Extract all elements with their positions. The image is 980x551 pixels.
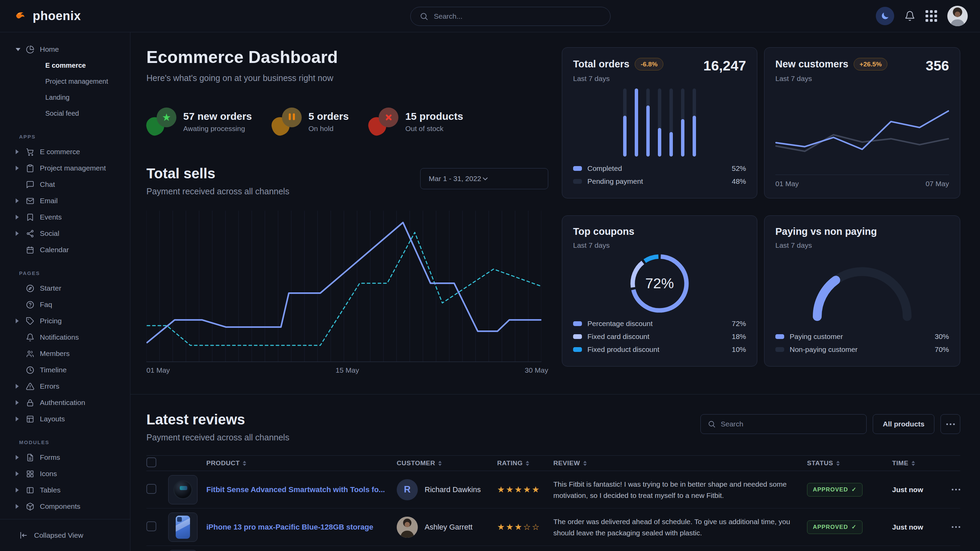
sidebar-item-timeline[interactable]: Timeline: [0, 362, 130, 378]
sidebar-item-chat[interactable]: Chat: [0, 176, 130, 193]
search-input[interactable]: [434, 12, 601, 21]
notifications-button[interactable]: [904, 11, 915, 21]
card-title: Paying vs non paying: [775, 226, 877, 237]
sidebar-item-authentication[interactable]: Authentication: [0, 394, 130, 411]
tag-icon: [26, 317, 34, 326]
sidebar-item-icons[interactable]: Icons: [0, 465, 130, 482]
total-sells-x-axis: 01 May 15 May 30 May: [146, 366, 548, 374]
sort-button[interactable]: STATUS: [807, 459, 840, 467]
reviews-search-input[interactable]: [721, 420, 859, 428]
sidebar-item-label: Social: [40, 229, 59, 238]
row-menu-button[interactable]: [952, 489, 960, 491]
sort-button[interactable]: TIME: [892, 459, 915, 467]
ellipsis-icon: [946, 423, 955, 425]
chevron-right-icon: [16, 149, 19, 154]
legend-item: Completed 52%: [573, 162, 746, 175]
calendar-icon: [26, 246, 34, 254]
product-thumbnail: [168, 550, 197, 551]
legend-label: Fixed product discount: [587, 345, 659, 354]
column-header-review: REVIEW: [553, 459, 807, 467]
row-checkbox[interactable]: [146, 484, 156, 494]
sort-button[interactable]: REVIEW: [553, 459, 587, 467]
sort-button[interactable]: RATING: [497, 459, 529, 467]
select-all-checkbox[interactable]: [146, 457, 156, 467]
sidebar-item-label: Notifications: [40, 333, 79, 341]
legend-value: 52%: [732, 164, 746, 173]
chevron-right-icon: [16, 488, 19, 492]
chevron-right-icon: [16, 166, 19, 170]
layout-icon: [26, 415, 34, 423]
legend-value: 10%: [732, 345, 746, 354]
more-options-button[interactable]: [940, 414, 960, 434]
legend-value: 70%: [935, 345, 949, 354]
sort-icon: [438, 461, 442, 466]
product-link[interactable]: iPhone 13 pro max-Pacific Blue-128GB sto…: [206, 523, 397, 532]
bookmark-icon: [26, 213, 34, 222]
moon-icon: [880, 11, 890, 21]
stat-icon-danger: [368, 108, 398, 135]
card-title: New customers: [775, 59, 848, 70]
sidebar-item-project-management[interactable]: Project management: [0, 160, 130, 176]
trend-badge: +26.5%: [854, 58, 888, 70]
sidebar-section-label: MODULES: [19, 439, 130, 445]
sidebar-item-starter[interactable]: Starter: [0, 280, 130, 297]
legend-label: Paying customer: [790, 332, 843, 341]
card-period: Last 7 days: [775, 75, 888, 83]
sidebar-section-label: PAGES: [19, 270, 130, 276]
sidebar-item-email[interactable]: Email: [0, 193, 130, 209]
chevron-right-icon: [16, 504, 19, 509]
sidebar-item-notifications[interactable]: Notifications: [0, 329, 130, 345]
sidebar-item-label: Project management: [40, 164, 106, 172]
sidebar-item-label: Pricing: [40, 317, 62, 325]
stat-subtitle: Awating processing: [183, 125, 252, 133]
lock-icon: [26, 399, 34, 407]
legend-item: Fixed card discount 18%: [573, 330, 746, 343]
date-range-select[interactable]: Mar 1 - 31, 2022: [420, 168, 548, 189]
apps-grid-button[interactable]: [926, 10, 937, 22]
sidebar-item-members[interactable]: Members: [0, 345, 130, 362]
theme-toggle-button[interactable]: [876, 7, 894, 25]
sort-icon: [583, 461, 587, 466]
row-checkbox[interactable]: [146, 521, 156, 531]
card-period: Last 7 days: [775, 241, 877, 249]
sidebar-item-faq[interactable]: Faq: [0, 297, 130, 313]
sort-button[interactable]: PRODUCT: [206, 459, 246, 467]
top-coupons-chart: 72%: [573, 249, 746, 317]
sidebar-subitem-landing[interactable]: Landing: [0, 89, 130, 105]
sidebar-item-label: Layouts: [40, 415, 65, 423]
all-products-button[interactable]: All products: [873, 414, 934, 434]
clipboard-icon: [26, 164, 34, 173]
main-content: Ecommerce Dashboard Here's what's going …: [130, 32, 980, 551]
row-menu-button[interactable]: [952, 526, 960, 528]
sidebar-subitem-social-feed[interactable]: Social feed: [0, 105, 130, 122]
sidebar-item-components[interactable]: Components: [0, 498, 130, 514]
chat-icon: [26, 180, 34, 189]
sidebar-item-calendar[interactable]: Calendar: [0, 241, 130, 258]
user-avatar[interactable]: [947, 6, 968, 26]
sidebar-item-forms[interactable]: Forms: [0, 449, 130, 465]
sidebar-item-events[interactable]: Events: [0, 209, 130, 225]
sidebar-item-label: E commerce: [40, 148, 80, 156]
sidebar-item-e-commerce[interactable]: E commerce: [0, 144, 130, 160]
review-time: Just now: [892, 523, 923, 531]
stat-title: 57 new orders: [183, 111, 252, 122]
sidebar-subitem-project-management[interactable]: Project management: [0, 73, 130, 89]
review-text: The order was delivered ahead of schedul…: [553, 518, 790, 537]
status-badge: APPROVED ✓: [807, 483, 862, 497]
sidebar-item-tables[interactable]: Tables: [0, 482, 130, 498]
sidebar-item-layouts[interactable]: Layouts: [0, 411, 130, 427]
compass-icon: [26, 284, 34, 293]
sidebar-item-home[interactable]: Home: [0, 41, 130, 57]
chevron-right-icon: [16, 384, 19, 389]
reviews-table: PRODUCTCUSTOMERRATINGREVIEWSTATUSTIME Fi…: [146, 456, 960, 551]
product-link[interactable]: Fitbit Sense Advanced Smartwatch with To…: [206, 485, 397, 494]
sort-button[interactable]: CUSTOMER: [397, 459, 442, 467]
legend-swatch: [573, 334, 582, 339]
sidebar-item-errors[interactable]: Errors: [0, 378, 130, 394]
sidebar-subitem-e-commerce[interactable]: E commerce: [0, 57, 130, 73]
sidebar-item-pricing[interactable]: Pricing: [0, 313, 130, 329]
sidebar-item-social[interactable]: Social: [0, 225, 130, 241]
brand[interactable]: phoenix: [14, 9, 81, 23]
collapsed-view-toggle[interactable]: Collapsed View: [0, 519, 130, 551]
sidebar-item-label: Email: [40, 197, 58, 205]
